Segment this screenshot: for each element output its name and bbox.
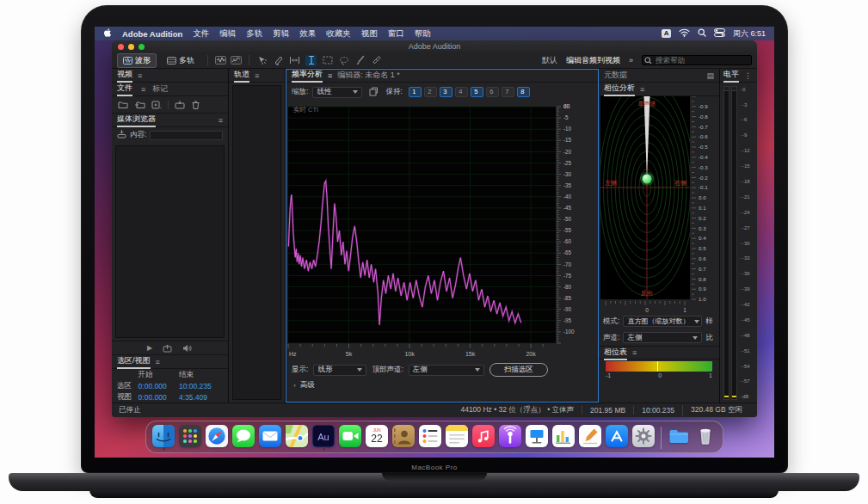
dock-messages-icon[interactable] xyxy=(232,425,255,451)
selection-row[interactable]: 选区 0:00.000 10:00.235 xyxy=(112,380,228,391)
channel-dropdown[interactable]: 左侧 xyxy=(623,332,702,343)
help-search-input[interactable] xyxy=(642,55,752,65)
menu-item-5[interactable]: 收藏夹 xyxy=(326,28,351,40)
lasso-tool-icon[interactable] xyxy=(338,55,349,66)
phase-analysis-header[interactable]: 相位分析 ≡ xyxy=(599,83,719,96)
phase-meter-header[interactable]: 相位表 ≡ xyxy=(599,346,719,360)
copy-graph-icon[interactable] xyxy=(369,87,379,98)
hold-button-1[interactable]: 1 xyxy=(409,87,422,97)
speaker-icon[interactable] xyxy=(182,341,193,356)
hold-button-2[interactable]: 2 xyxy=(424,87,437,97)
tab-editor[interactable]: 编辑器: 未命名 1 * xyxy=(337,69,400,82)
tracks-tab[interactable]: 轨道 xyxy=(234,68,249,83)
scale-dropdown[interactable]: 线性 xyxy=(312,87,362,98)
dock-music-icon[interactable] xyxy=(472,425,495,451)
media-browser-tab[interactable]: 媒体浏览器 xyxy=(117,113,156,127)
ibeam-tool-icon[interactable] xyxy=(305,55,317,66)
dock-keynote-icon[interactable] xyxy=(526,425,548,451)
display-dropdown[interactable]: 线形 xyxy=(313,365,366,376)
spectrum-plot[interactable]: 0-5-10-15-20-25-30-35-40-45-50-55-60-65-… xyxy=(286,101,598,361)
menu-item-6[interactable]: 视图 xyxy=(361,28,378,40)
dock-safari-icon[interactable] xyxy=(206,425,228,451)
tracks-header[interactable]: 轨道 ≡ xyxy=(229,69,285,83)
dock-mail-icon[interactable] xyxy=(259,425,281,451)
menu-app-name[interactable]: Adobe Audition xyxy=(122,29,182,39)
video-panel-header[interactable]: 视频 ≡ xyxy=(112,69,228,83)
tab-frequency-analysis[interactable]: 频率分析 xyxy=(292,68,323,83)
metadata-header[interactable]: 元数据 ▤ xyxy=(599,69,719,83)
multitrack-view-button[interactable]: 多轨 xyxy=(161,53,200,68)
workspace-edit-audio-to-video[interactable]: 编辑音频到视频 xyxy=(566,55,620,66)
dock-settings-icon[interactable] xyxy=(632,425,655,451)
panel-menu-icon[interactable]: ≡ xyxy=(328,71,332,80)
tab-metadata[interactable]: 元数据 xyxy=(604,69,627,82)
dock-finder-icon[interactable] xyxy=(152,425,175,451)
help-search[interactable] xyxy=(642,55,752,65)
dock-notes-icon[interactable] xyxy=(446,425,468,451)
insert-into-multitrack-icon[interactable] xyxy=(175,97,186,113)
dock-facetime-icon[interactable] xyxy=(339,425,361,451)
dock-reminders-icon[interactable] xyxy=(419,425,441,451)
dock-maps-icon[interactable] xyxy=(286,425,308,451)
tracks-empty-area[interactable] xyxy=(232,85,281,400)
menu-item-4[interactable]: 效果 xyxy=(299,28,316,40)
dock-launchpad-icon[interactable] xyxy=(179,425,201,451)
menu-item-2[interactable]: 多轨 xyxy=(246,28,262,40)
menu-item-7[interactable]: 窗口 xyxy=(388,28,404,40)
dock-podcasts-icon[interactable] xyxy=(499,425,521,451)
import-drive-icon[interactable] xyxy=(117,130,126,140)
input-source-icon[interactable]: A xyxy=(662,29,671,38)
menu-item-8[interactable]: 帮助 xyxy=(415,28,431,40)
wifi-icon[interactable] xyxy=(679,28,690,39)
video-panel-tab[interactable]: 视频 xyxy=(117,68,132,83)
workspace-overflow-chevrons[interactable]: » xyxy=(629,56,633,65)
window-titlebar[interactable]: Adobe Audition xyxy=(112,40,757,52)
panel-menu-icon[interactable]: ≡ xyxy=(255,71,259,80)
play-icon[interactable]: ▶ xyxy=(147,345,152,352)
workspace-default[interactable]: 默认 xyxy=(542,55,557,66)
waveform-display-icon[interactable] xyxy=(215,55,226,66)
spectral-display-icon[interactable] xyxy=(231,55,242,66)
hold-button-8[interactable]: 8 xyxy=(517,87,530,97)
razor-tool-icon[interactable] xyxy=(273,55,284,66)
panel-menu-icon[interactable]: ≡ xyxy=(156,358,160,366)
panel-menu-icon[interactable]: ≡ xyxy=(632,348,637,357)
menu-clock[interactable]: 周六 6:51 xyxy=(733,28,766,40)
panel-menu-icon[interactable]: ≡ xyxy=(138,71,142,80)
move-tool-icon[interactable] xyxy=(256,55,268,66)
menu-item-1[interactable]: 编辑 xyxy=(219,28,236,40)
waveform-view-button[interactable]: 波形 xyxy=(117,53,157,68)
media-browser-list[interactable] xyxy=(115,145,225,338)
panel-menu-icon[interactable]: ≡ xyxy=(640,85,644,94)
hold-button-7[interactable]: 7 xyxy=(502,87,514,97)
content-field[interactable] xyxy=(150,131,223,140)
menu-item-3[interactable]: 剪辑 xyxy=(273,28,289,40)
marquee-tool-icon[interactable] xyxy=(322,55,333,66)
mode-dropdown[interactable]: 直方图（缩放对数） xyxy=(623,316,702,327)
spotlight-search-icon[interactable] xyxy=(698,28,706,39)
auto-play-icon[interactable] xyxy=(163,341,172,356)
trash-icon[interactable] xyxy=(192,97,200,113)
dock-appstore-icon[interactable] xyxy=(606,425,628,451)
tab-phase-meter[interactable]: 相位表 xyxy=(604,346,627,360)
import-files-icon[interactable] xyxy=(134,97,145,113)
slip-tool-icon[interactable] xyxy=(289,55,300,66)
top-channel-dropdown[interactable]: 左侧 xyxy=(409,365,484,376)
tab-files[interactable]: 文件 xyxy=(117,82,132,96)
new-item-icon[interactable] xyxy=(151,97,162,113)
hold-button-4[interactable]: 4 xyxy=(455,87,468,97)
dock-contacts-icon[interactable] xyxy=(392,425,415,451)
panel-menu-icon[interactable]: ▤ xyxy=(706,71,714,80)
panel-menu-icon[interactable]: ⋮ xyxy=(744,71,752,80)
hold-button-5[interactable]: 5 xyxy=(471,87,483,97)
view-row[interactable]: 视图 0:00.000 4:35.409 xyxy=(112,391,228,403)
dock-audition-icon[interactable]: Au xyxy=(312,425,335,451)
hold-button-3[interactable]: 3 xyxy=(440,87,452,97)
panel-menu-icon[interactable]: ≡ xyxy=(141,85,145,94)
panel-menu-icon[interactable]: ≡ xyxy=(219,116,223,125)
open-folder-icon[interactable] xyxy=(118,97,128,113)
dock-folder-icon[interactable] xyxy=(668,425,690,451)
dock-trash-icon[interactable] xyxy=(694,425,717,451)
hold-button-6[interactable]: 6 xyxy=(486,87,499,97)
selection-view-header[interactable]: 选区/视图 ≡ xyxy=(112,355,228,369)
